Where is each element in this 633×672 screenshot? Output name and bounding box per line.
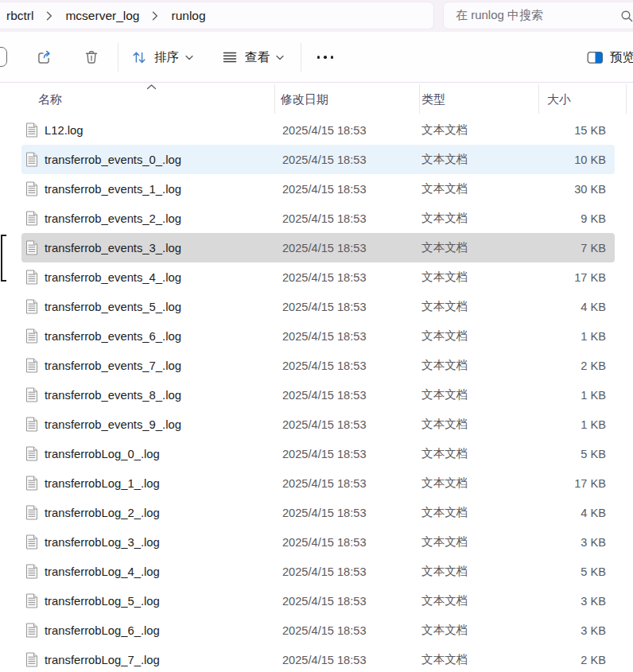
- file-type: 文本文档: [421, 122, 468, 138]
- text-document-icon: [25, 564, 38, 579]
- file-size: 17 KB: [574, 271, 606, 284]
- sort-button[interactable]: 排序: [130, 43, 193, 72]
- file-name: transferrobLog_7_.log: [45, 654, 160, 666]
- file-size: 1 KB: [581, 418, 606, 431]
- file-size: 3 KB: [581, 595, 606, 608]
- table-row[interactable]: transferrob_events_4_.log 2025/4/15 18:5…: [21, 262, 615, 292]
- table-row[interactable]: transferrobLog_5_.log 2025/4/15 18:53 文本…: [21, 586, 615, 616]
- file-size: 3 KB: [581, 624, 606, 637]
- text-document-icon: [25, 358, 38, 373]
- breadcrumb-item-runlog[interactable]: runlog: [171, 9, 205, 23]
- file-modified-date: 2025/4/15 18:53: [282, 212, 367, 225]
- breadcrumb-item-rbctrl[interactable]: rbctrl: [6, 9, 33, 23]
- table-row[interactable]: transferrobLog_6_.log 2025/4/15 18:53 文本…: [21, 616, 615, 645]
- chevron-right-icon[interactable]: [46, 11, 52, 21]
- file-size: 30 KB: [574, 183, 606, 196]
- breadcrumb[interactable]: rbctrl mcserver_log runlog: [0, 2, 434, 29]
- file-size: 4 KB: [581, 301, 606, 313]
- file-name: transferrob_events_8_.log: [45, 389, 181, 402]
- file-type: 文本文档: [421, 652, 468, 667]
- column-resize-handle[interactable]: [274, 84, 275, 114]
- file-name: transferrobLog_2_.log: [45, 507, 160, 519]
- more-options-button[interactable]: [313, 43, 338, 72]
- file-size: 10 KB: [574, 153, 606, 166]
- search-placeholder: 在 runlog 中搜索: [456, 8, 543, 23]
- file-type: 文本文档: [421, 181, 468, 196]
- text-document-icon: [25, 652, 38, 667]
- table-row[interactable]: transferrob_events_7_.log 2025/4/15 18:5…: [21, 351, 615, 380]
- file-type: 文本文档: [421, 446, 468, 461]
- file-name: transferrobLog_6_.log: [45, 624, 160, 637]
- file-name: transferrobLog_4_.log: [45, 565, 160, 578]
- table-row[interactable]: transferrob_events_1_.log 2025/4/15 18:5…: [21, 174, 615, 204]
- text-document-icon: [25, 122, 38, 138]
- table-row[interactable]: L12.log 2025/4/15 18:53 文本文档 15 KB: [21, 115, 615, 145]
- file-size: 5 KB: [581, 565, 606, 578]
- text-document-icon: [25, 446, 38, 461]
- column-header-name[interactable]: 名称: [38, 92, 62, 107]
- file-type: 文本文档: [421, 270, 468, 285]
- file-type: 文本文档: [421, 358, 468, 373]
- file-type: 文本文档: [421, 299, 468, 314]
- file-name: transferrob_events_3_.log: [45, 242, 181, 254]
- table-row[interactable]: transferrobLog_0_.log 2025/4/15 18:53 文本…: [21, 439, 615, 468]
- breadcrumb-item-mcserver-log[interactable]: mcserver_log: [65, 9, 139, 23]
- column-resize-handle[interactable]: [626, 84, 627, 114]
- preview-toggle-button[interactable]: 预览: [587, 43, 633, 72]
- table-row[interactable]: transferrob_events_0_.log 2025/4/15 18:5…: [21, 145, 615, 174]
- table-row[interactable]: transferrob_events_6_.log 2025/4/15 18:5…: [21, 321, 615, 351]
- column-header-type[interactable]: 类型: [421, 92, 445, 107]
- file-name: transferrobLog_5_.log: [45, 595, 160, 608]
- file-name: transferrob_events_7_.log: [45, 359, 181, 372]
- file-name: transferrob_events_0_.log: [45, 153, 181, 166]
- table-row[interactable]: transferrobLog_1_.log 2025/4/15 18:53 文本…: [21, 468, 615, 498]
- table-row[interactable]: transferrob_events_3_.log 2025/4/15 18:5…: [21, 233, 615, 262]
- delete-button[interactable]: [83, 43, 100, 72]
- column-header-row: 名称 修改日期 类型 大小: [0, 83, 633, 115]
- table-row[interactable]: transferrobLog_4_.log 2025/4/15 18:53 文本…: [21, 557, 615, 586]
- file-size: 1 KB: [581, 330, 606, 343]
- file-type: 文本文档: [421, 417, 468, 432]
- table-row[interactable]: transferrob_events_9_.log 2025/4/15 18:5…: [21, 410, 615, 439]
- text-document-icon: [25, 623, 38, 638]
- file-name: L12.log: [45, 124, 83, 137]
- file-size: 15 KB: [574, 124, 606, 137]
- file-type: 文本文档: [421, 505, 468, 520]
- view-button[interactable]: 查看: [221, 43, 284, 72]
- search-input[interactable]: 在 runlog 中搜索: [443, 2, 633, 29]
- file-size: 5 KB: [581, 448, 606, 460]
- text-document-icon: [25, 240, 38, 255]
- file-modified-date: 2025/4/15 18:53: [282, 330, 367, 343]
- column-resize-handle[interactable]: [419, 84, 420, 114]
- table-row[interactable]: transferrobLog_3_.log 2025/4/15 18:53 文本…: [21, 527, 615, 557]
- table-row[interactable]: transferrob_events_5_.log 2025/4/15 18:5…: [21, 292, 615, 321]
- column-header-size[interactable]: 大小: [547, 92, 571, 107]
- file-modified-date: 2025/4/15 18:53: [282, 418, 367, 431]
- table-row[interactable]: transferrob_events_8_.log 2025/4/15 18:5…: [21, 380, 615, 410]
- chevron-down-icon: [185, 55, 193, 60]
- file-size: 1 KB: [581, 389, 606, 402]
- table-row[interactable]: transferrobLog_7_.log 2025/4/15 18:53 文本…: [21, 645, 615, 672]
- address-strip: rbctrl mcserver_log runlog 在 runlog 中搜索: [0, 0, 633, 33]
- column-resize-handle[interactable]: [538, 84, 539, 114]
- text-document-icon: [25, 181, 38, 196]
- file-type: 文本文档: [421, 240, 468, 255]
- file-modified-date: 2025/4/15 18:53: [282, 507, 367, 519]
- table-row[interactable]: transferrobLog_2_.log 2025/4/15 18:53 文本…: [21, 498, 615, 527]
- sort-button-label: 排序: [154, 49, 179, 66]
- file-modified-date: 2025/4/15 18:53: [282, 448, 367, 460]
- table-row[interactable]: transferrob_events_2_.log 2025/4/15 18:5…: [21, 204, 615, 233]
- file-type: 文本文档: [421, 387, 468, 402]
- chevron-right-icon[interactable]: [152, 11, 158, 21]
- text-document-icon: [25, 299, 38, 314]
- magnifier-icon[interactable]: [620, 10, 633, 23]
- chevron-down-icon: [276, 55, 284, 60]
- file-list: L12.log 2025/4/15 18:53 文本文档 15 KB trans…: [0, 115, 633, 672]
- share-button[interactable]: [35, 43, 53, 72]
- text-document-icon: [25, 505, 38, 520]
- column-header-modified[interactable]: 修改日期: [281, 92, 328, 107]
- text-document-icon: [25, 270, 38, 285]
- text-document-icon: [25, 211, 38, 226]
- file-size: 2 KB: [581, 359, 606, 372]
- clipped-toolbar-icon[interactable]: [0, 47, 7, 67]
